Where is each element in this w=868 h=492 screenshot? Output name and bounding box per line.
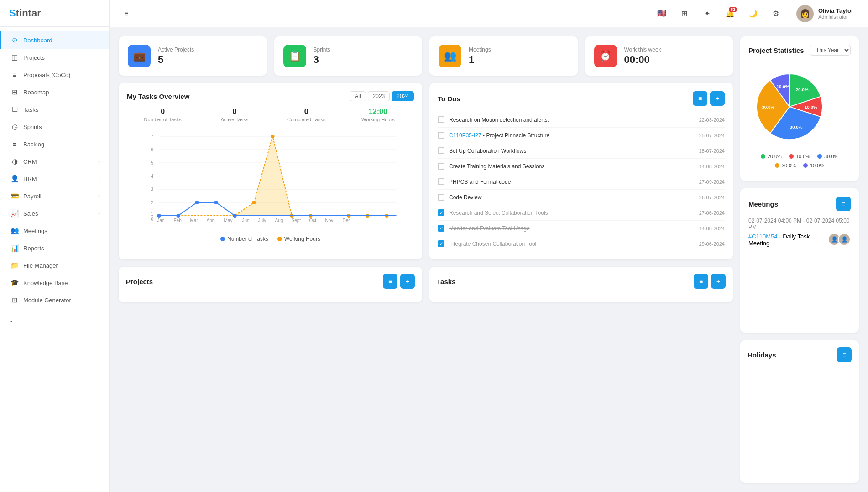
sidebar-item-reports[interactable]: 📊 Reports <box>0 239 109 257</box>
proposals-label: Proposals (CoCo) <box>23 72 100 78</box>
flag-button[interactable]: 🇺🇸 <box>654 6 669 21</box>
todos-list: Research on Motion detection and alerts.… <box>438 112 725 251</box>
tasks-overview-header: My Tasks Overview All20232024 <box>127 91 414 101</box>
sidebar-item-modulegenerator[interactable]: ⊞ Module Generator <box>0 291 109 309</box>
crm-label: CRM <box>23 158 94 165</box>
todo-checkbox-4[interactable] <box>438 178 444 185</box>
sidebar-item-sales[interactable]: 📈 Sales › <box>0 205 109 222</box>
meeting-avatar-2: 👤 <box>838 233 851 246</box>
todos-list-button[interactable]: ≡ <box>693 91 707 106</box>
flag-icon: 🇺🇸 <box>657 9 666 18</box>
todo-text-1: C110P35-I27 - Project Pinnacle Structure <box>449 132 695 139</box>
projects-add-button[interactable]: + <box>400 274 415 289</box>
svg-text:Mar: Mar <box>190 218 199 223</box>
todo-checkbox-1[interactable] <box>438 132 444 139</box>
tasks-add-button[interactable]: + <box>711 274 726 289</box>
sprints-label: Sprints <box>23 124 100 130</box>
notifications-button[interactable]: 🔔 52 <box>722 6 738 21</box>
todos-actions: ≡ + <box>693 91 725 106</box>
chart-legend: Number of Tasks Working Hours <box>127 236 414 242</box>
meeting-row: #C110M54 - Daily Task Meeting 👤 👤 <box>748 233 851 247</box>
pie-label-1: 10.0% <box>805 104 817 109</box>
sidebar-item-sprints[interactable]: ◷ Sprints <box>0 118 109 135</box>
todo-checkbox-2[interactable] <box>438 147 444 154</box>
sidebar-item-tasks[interactable]: ☐ Tasks <box>0 101 109 118</box>
filter-btn-all[interactable]: All <box>350 91 366 101</box>
todos-add-button[interactable]: + <box>710 91 725 106</box>
logo-area: Stintar <box>0 0 109 27</box>
todo-text-6: Research and Select Collaboration Tools <box>449 210 695 216</box>
apps-button[interactable]: ⊞ <box>677 6 692 21</box>
sidebar-item-dashboard[interactable]: ⊙ Dashboard <box>0 31 109 49</box>
project-statistics-header: Project Statistics This Year <box>748 45 851 56</box>
user-profile[interactable]: 👩 Olivia Taylor Administrator <box>791 2 859 25</box>
svg-text:Jan: Jan <box>157 218 165 223</box>
holidays-list-button[interactable]: ≡ <box>837 347 852 362</box>
sidebar-item-crm[interactable]: ◑ CRM › <box>0 153 109 170</box>
sales-label: Sales <box>23 210 94 217</box>
filter-btn-2024[interactable]: 2024 <box>392 91 414 101</box>
tasks-num-val: 0 <box>127 108 199 116</box>
tasks-bottom-actions: ≡ + <box>694 274 726 289</box>
todo-checkbox-7[interactable]: ✓ <box>438 225 444 232</box>
sidebar-item-proposals[interactable]: ≡ Proposals (CoCo) <box>0 66 109 83</box>
sidebar-item-projects[interactable]: ◫ Projects <box>0 49 109 66</box>
todo-link-1[interactable]: C110P35-I27 <box>449 132 481 139</box>
sidebar-item-roadmap[interactable]: ⊞ Roadmap <box>0 83 109 101</box>
meetings-header: Meetings ≡ <box>748 197 851 211</box>
add-button[interactable]: ✦ <box>700 6 715 21</box>
bottom-row: Projects ≡ + Tasks ≡ + <box>119 267 733 302</box>
svg-point-26 <box>195 201 199 204</box>
todo-checkbox-3[interactable] <box>438 163 444 170</box>
tasks-list-button[interactable]: ≡ <box>694 274 708 289</box>
todo-checkbox-6[interactable]: ✓ <box>438 209 444 216</box>
legend-tasks: Number of Tasks <box>220 236 268 242</box>
tasks-bottom-header: Tasks ≡ + <box>437 274 726 289</box>
todo-checkbox-8[interactable]: ✓ <box>438 240 444 247</box>
filter-buttons: All20232024 <box>350 91 414 101</box>
svg-point-18 <box>271 135 275 138</box>
meeting-name: - <box>779 233 783 240</box>
sidebar-item-misc[interactable]: - <box>0 313 109 329</box>
todo-item-5: Code Review26-07-2024 <box>438 190 725 205</box>
legend-hours: Working Hours <box>277 236 320 242</box>
sidebar-item-payroll[interactable]: 💳 Payroll › <box>0 187 109 205</box>
hrm-arrow: › <box>98 176 100 181</box>
svg-point-28 <box>233 214 237 218</box>
logo-s: S <box>9 7 16 19</box>
todo-checkbox-0[interactable] <box>438 116 444 123</box>
todo-date-2: 18-07-2024 <box>699 148 725 154</box>
todos-header: To Dos ≡ + <box>438 91 725 106</box>
sidebar-item-hrm[interactable]: 👤 HRM › <box>0 170 109 187</box>
sidebar-item-backlog[interactable]: ≡ Backlog <box>0 135 109 153</box>
stat-info-sprints: Sprints 3 <box>314 47 330 66</box>
settings-button[interactable]: ⚙ <box>768 6 784 21</box>
todo-checkbox-5[interactable] <box>438 194 444 201</box>
sidebar-item-filemanager[interactable]: 📁 File Manager <box>0 257 109 274</box>
tasks-overview-panel: My Tasks Overview All20232024 0 Number o… <box>119 83 422 259</box>
meeting-link[interactable]: #C110M54 <box>748 233 778 240</box>
header-right: 🇺🇸 ⊞ ✦ 🔔 52 🌙 ⚙ 👩 <box>654 2 859 25</box>
svg-text:Aug: Aug <box>275 218 283 223</box>
year-select[interactable]: This Year <box>810 45 851 56</box>
projects-header: Projects ≡ + <box>126 274 415 289</box>
roadmap-label: Roadmap <box>23 89 100 96</box>
menu-toggle-button[interactable]: ≡ <box>119 6 134 21</box>
meetings-list-button[interactable]: ≡ <box>836 197 851 211</box>
dark-mode-button[interactable]: 🌙 <box>745 6 761 21</box>
projects-icon: ◫ <box>10 53 19 62</box>
projects-list-button[interactable]: ≡ <box>383 274 397 289</box>
tasks-active-val: 0 <box>199 108 270 116</box>
stat-icon-sprints: 📋 <box>283 45 306 67</box>
svg-text:Jun: Jun <box>242 218 250 223</box>
stat-value-meetings: 1 <box>469 54 491 66</box>
sidebar-item-meetings[interactable]: 👥 Meetings <box>0 222 109 239</box>
notification-badge: 52 <box>729 7 737 12</box>
filter-btn-2023[interactable]: 2023 <box>368 91 390 101</box>
stat-card-work-this-week: ⏰ Work this week 00:00 <box>585 36 733 76</box>
stat-label-meetings: Meetings <box>469 47 491 53</box>
dashboard-content: 💼 Active Projects 5 📋 Sprints 3 👥 Meetin… <box>110 27 868 492</box>
sidebar-item-knowledgebase[interactable]: 🎓 Knowledge Base <box>0 274 109 291</box>
meetings-label: Meetings <box>23 228 100 234</box>
svg-text:May: May <box>224 218 233 223</box>
